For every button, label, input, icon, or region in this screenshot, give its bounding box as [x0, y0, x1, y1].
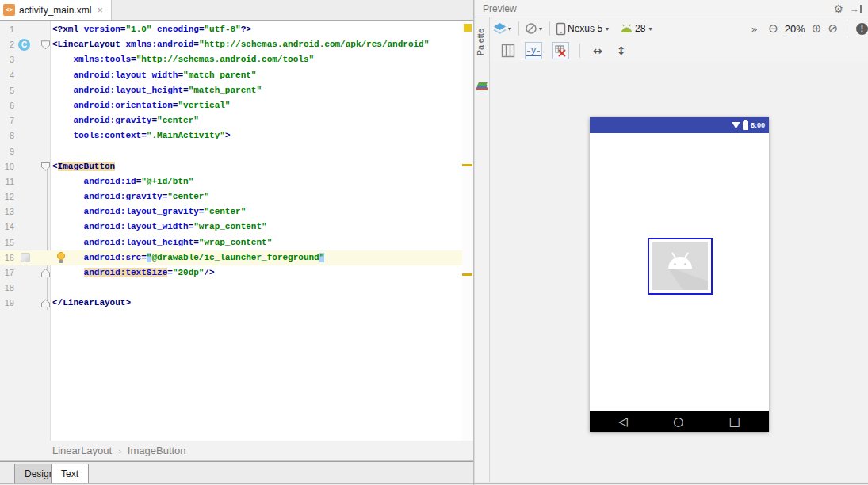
render-errors-button[interactable]: ! [856, 23, 868, 35]
device-selector-label: Nexus 5 [568, 23, 602, 34]
line-number: 1 [0, 22, 14, 37]
warning-marker-line10[interactable] [462, 164, 472, 166]
code-area[interactable]: 1<?xml version="1.0" encoding="utf-8"?>2… [0, 22, 473, 311]
api-selector[interactable]: 28 ▾ [620, 23, 653, 34]
breadcrumb-imagebutton[interactable]: ImageButton [128, 445, 186, 456]
stretch-vertical-icon[interactable]: ↕ [617, 44, 626, 57]
preview-toolbar-secondary: y ↔ ↕ [490, 40, 868, 62]
preview-toolbar-main: ▾ ▾ Nexus 5 ▾ 28 ▾ » ⊖ 20% ⊕ [490, 17, 868, 40]
theme-layers-button[interactable]: ▾ [493, 22, 513, 35]
drawable-preview-icon[interactable] [21, 253, 30, 262]
columns-mode-button[interactable] [501, 44, 515, 58]
xml-file-icon: <> [3, 4, 15, 16]
preview-title: Preview [483, 3, 517, 14]
breadcrumb-separator-icon: › [118, 446, 121, 456]
code-text: android:layout_width="wrap_content" [52, 220, 267, 235]
image-button-drawable [652, 242, 708, 290]
code-line-5[interactable]: 5 android:layout_height="match_parent" [0, 83, 473, 98]
code-line-16[interactable]: 16 android:src="@drawable/ic_launcher_fo… [0, 250, 473, 265]
gear-button[interactable]: ⚙▾ [833, 2, 842, 16]
preview-canvas: 8:00 ◁ ○ [490, 62, 868, 482]
line-number: 3 [0, 52, 14, 67]
file-tab-activity-main[interactable]: <> activity_main.xml × [0, 0, 112, 20]
tab-text[interactable]: Text [51, 464, 89, 484]
close-tab-icon[interactable]: × [95, 5, 105, 16]
back-icon: ◁ [618, 414, 628, 429]
code-line-7[interactable]: 7 android:gravity="center" [0, 113, 473, 128]
line-number: 13 [0, 204, 14, 220]
phone-icon [556, 22, 566, 36]
class-gutter-icon[interactable]: C [18, 39, 30, 51]
code-text: <?xml version="1.0" encoding="utf-8"?> [52, 22, 251, 37]
fold-marker-icon[interactable] [41, 162, 50, 171]
code-text: android:textSize="20dp"/> [52, 265, 215, 281]
hide-panel-button[interactable]: → [850, 3, 862, 14]
line-number: 18 [0, 281, 14, 296]
breadcrumb-linearlayout[interactable]: LinearLayout [52, 445, 112, 456]
zoom-reset-button[interactable]: ⊘ [828, 21, 838, 36]
code-line-6[interactable]: 6 android:orientation="vertical" [0, 98, 473, 113]
android-icon [620, 24, 633, 33]
editor-panel: <> activity_main.xml × 1<?xml version="1… [0, 0, 473, 485]
code-line-17[interactable]: 17 android:textSize="20dp"/> [0, 265, 473, 281]
preview-panel: Preview ⚙▾ → Palette ▾ ▾ Nexus 5 [475, 0, 868, 482]
code-line-14[interactable]: 14 android:layout_width="wrap_content" [0, 220, 473, 235]
circle-slash-icon [525, 22, 537, 35]
code-text: <ImageButton [52, 159, 115, 174]
code-text: </LinearLayout> [52, 296, 131, 311]
remove-preview-button[interactable] [552, 42, 569, 59]
code-line-10[interactable]: 10<ImageButton [0, 159, 473, 174]
breadcrumb: LinearLayout › ImageButton [0, 441, 473, 461]
line-number: 2 [0, 37, 14, 52]
recents-icon: □ [729, 414, 740, 429]
no-theme-button[interactable]: ▾ [525, 22, 544, 35]
fold-marker-icon[interactable] [41, 299, 50, 307]
code-line-19[interactable]: 19</LinearLayout> [0, 296, 473, 311]
y-variant-icon: y [526, 45, 541, 56]
code-line-13[interactable]: 13 android:layout_gravity="center" [0, 204, 473, 220]
image-button-preview[interactable] [648, 238, 713, 295]
palette-tool-strip: Palette [475, 17, 490, 482]
code-text: android:layout_height="wrap_content" [52, 235, 272, 250]
code-text: android:layout_width="match_parent" [52, 68, 256, 83]
code-line-1[interactable]: 1<?xml version="1.0" encoding="utf-8"?> [0, 22, 473, 37]
android-robot-icon [668, 257, 692, 269]
device-nav-bar: ◁ ○ □ [590, 411, 769, 432]
code-editor[interactable]: 1<?xml version="1.0" encoding="utf-8"?>2… [0, 21, 473, 441]
palette-icon[interactable] [476, 79, 488, 90]
editor-scrollbar[interactable] [462, 21, 473, 441]
device-selector[interactable]: Nexus 5 ▾ [556, 22, 610, 36]
code-text: android:id="@+id/btn" [52, 174, 193, 189]
palette-tab[interactable]: Palette [476, 29, 485, 55]
code-line-9[interactable]: 9 [0, 144, 473, 159]
code-line-12[interactable]: 12 android:gravity="center" [0, 189, 473, 204]
file-warning-marker[interactable] [464, 24, 472, 32]
grid-remove-icon [554, 44, 567, 57]
stretch-horizontal-icon[interactable]: ↔ [593, 44, 602, 57]
code-line-2[interactable]: 2C<LinearLayout xmlns:android="http://sc… [0, 37, 473, 52]
code-line-3[interactable]: 3 xmlns:tools="http://schemas.android.co… [0, 52, 473, 67]
code-line-8[interactable]: 8 tools:context=".MainActivity"> [0, 128, 473, 143]
code-text: xmlns:tools="http://schemas.android.com/… [52, 52, 314, 67]
chevron-down-icon: ▾ [606, 25, 609, 32]
warning-marker-line17[interactable] [462, 273, 472, 276]
chevron-down-icon: ▾ [508, 25, 511, 32]
hide-icon: → [850, 3, 859, 14]
code-line-11[interactable]: 11 android:id="@+id/btn" [0, 174, 473, 189]
code-line-18[interactable]: 18 [0, 281, 473, 296]
line-number: 19 [0, 296, 14, 311]
code-line-15[interactable]: 15 android:layout_height="wrap_content" [0, 235, 473, 250]
line-number: 4 [0, 68, 14, 83]
device-screen[interactable] [590, 133, 769, 411]
wifi-icon [732, 122, 740, 129]
zoom-out-button[interactable]: ⊖ [768, 21, 778, 36]
toolbar-overflow-button[interactable]: » [751, 23, 757, 35]
code-line-4[interactable]: 4 android:layout_width="match_parent" [0, 68, 473, 83]
window-bottom-edge [0, 483, 868, 484]
fold-marker-icon[interactable] [41, 40, 50, 49]
line-number: 11 [0, 174, 14, 189]
variant-toggle-button[interactable]: y [525, 42, 542, 59]
robot-shadow [667, 266, 708, 290]
zoom-in-button[interactable]: ⊕ [812, 21, 822, 36]
fold-marker-icon[interactable] [41, 269, 50, 277]
